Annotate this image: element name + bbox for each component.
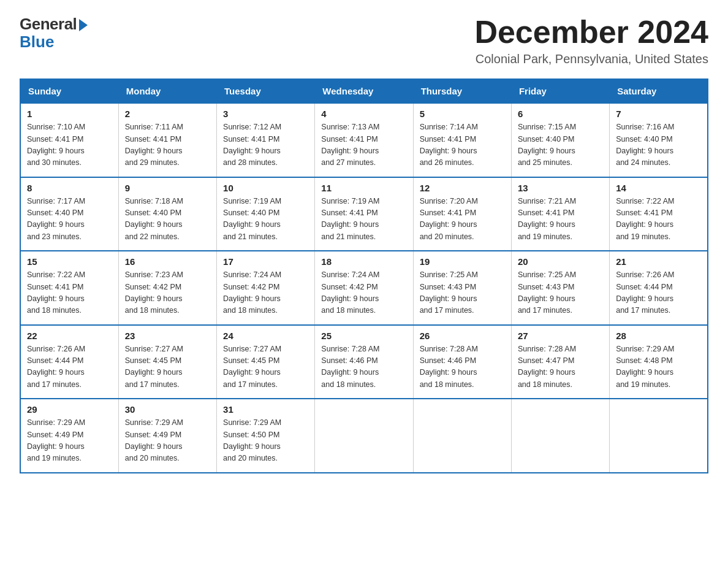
weekday-header-tuesday: Tuesday [217, 79, 315, 103]
calendar-cell: 17Sunrise: 7:24 AMSunset: 4:42 PMDayligh… [217, 251, 315, 325]
day-info: Sunrise: 7:28 AMSunset: 4:47 PMDaylight:… [518, 343, 603, 391]
calendar-cell: 19Sunrise: 7:25 AMSunset: 4:43 PMDayligh… [413, 251, 511, 325]
day-info: Sunrise: 7:24 AMSunset: 4:42 PMDaylight:… [223, 269, 308, 317]
weekday-header-thursday: Thursday [413, 79, 511, 103]
day-info: Sunrise: 7:29 AMSunset: 4:49 PMDaylight:… [125, 417, 210, 465]
calendar-week-row: 29Sunrise: 7:29 AMSunset: 4:49 PMDayligh… [20, 399, 708, 473]
day-number: 8 [27, 183, 112, 193]
calendar-cell: 24Sunrise: 7:27 AMSunset: 4:45 PMDayligh… [217, 325, 315, 399]
calendar-cell: 21Sunrise: 7:26 AMSunset: 4:44 PMDayligh… [610, 251, 708, 325]
weekday-header-saturday: Saturday [610, 79, 708, 103]
day-number: 5 [420, 109, 505, 119]
day-number: 20 [518, 256, 603, 267]
calendar-cell: 5Sunrise: 7:14 AMSunset: 4:41 PMDaylight… [413, 103, 511, 177]
day-info: Sunrise: 7:26 AMSunset: 4:44 PMDaylight:… [27, 343, 112, 391]
day-number: 22 [27, 331, 112, 341]
calendar-cell: 18Sunrise: 7:24 AMSunset: 4:42 PMDayligh… [315, 251, 413, 325]
day-info: Sunrise: 7:10 AMSunset: 4:41 PMDaylight:… [27, 121, 112, 169]
weekday-header-wednesday: Wednesday [315, 79, 413, 103]
calendar-cell: 28Sunrise: 7:29 AMSunset: 4:48 PMDayligh… [610, 325, 708, 399]
day-number: 11 [321, 183, 406, 193]
day-info: Sunrise: 7:22 AMSunset: 4:41 PMDaylight:… [616, 196, 701, 243]
day-info: Sunrise: 7:17 AMSunset: 4:40 PMDaylight:… [27, 196, 112, 243]
day-info: Sunrise: 7:11 AMSunset: 4:41 PMDaylight:… [125, 121, 210, 169]
day-number: 25 [321, 331, 406, 341]
weekday-header-row: SundayMondayTuesdayWednesdayThursdayFrid… [20, 79, 708, 103]
day-info: Sunrise: 7:29 AMSunset: 4:50 PMDaylight:… [223, 417, 308, 465]
logo-general-text: General [20, 15, 77, 34]
calendar-cell: 14Sunrise: 7:22 AMSunset: 4:41 PMDayligh… [610, 177, 708, 251]
day-number: 26 [420, 331, 505, 341]
day-number: 14 [616, 183, 701, 193]
day-info: Sunrise: 7:23 AMSunset: 4:42 PMDaylight:… [125, 269, 210, 317]
calendar-cell: 7Sunrise: 7:16 AMSunset: 4:40 PMDaylight… [610, 103, 708, 177]
calendar-cell: 25Sunrise: 7:28 AMSunset: 4:46 PMDayligh… [315, 325, 413, 399]
logo-triangle-icon [79, 19, 88, 31]
day-info: Sunrise: 7:24 AMSunset: 4:42 PMDaylight:… [321, 269, 406, 317]
logo: General Blue [20, 15, 88, 52]
day-number: 15 [27, 256, 112, 267]
day-number: 28 [616, 331, 701, 341]
day-info: Sunrise: 7:20 AMSunset: 4:41 PMDaylight:… [420, 196, 505, 243]
calendar-cell [315, 399, 413, 473]
day-info: Sunrise: 7:14 AMSunset: 4:41 PMDaylight:… [420, 121, 505, 169]
day-number: 7 [616, 109, 701, 119]
calendar-cell: 12Sunrise: 7:20 AMSunset: 4:41 PMDayligh… [413, 177, 511, 251]
day-number: 23 [125, 331, 210, 341]
day-info: Sunrise: 7:21 AMSunset: 4:41 PMDaylight:… [518, 196, 603, 243]
weekday-header-sunday: Sunday [20, 79, 118, 103]
day-info: Sunrise: 7:22 AMSunset: 4:41 PMDaylight:… [27, 269, 112, 317]
day-number: 27 [518, 331, 603, 341]
day-number: 30 [125, 404, 210, 415]
calendar-cell [610, 399, 708, 473]
day-number: 9 [125, 183, 210, 193]
location-subtitle: Colonial Park, Pennsylvania, United Stat… [474, 52, 708, 66]
day-number: 4 [321, 109, 406, 119]
day-number: 10 [223, 183, 308, 193]
day-info: Sunrise: 7:18 AMSunset: 4:40 PMDaylight:… [125, 196, 210, 243]
calendar-cell: 8Sunrise: 7:17 AMSunset: 4:40 PMDaylight… [20, 177, 118, 251]
calendar-cell [511, 399, 609, 473]
calendar-week-row: 1Sunrise: 7:10 AMSunset: 4:41 PMDaylight… [20, 103, 708, 177]
calendar-cell: 29Sunrise: 7:29 AMSunset: 4:49 PMDayligh… [20, 399, 118, 473]
day-info: Sunrise: 7:12 AMSunset: 4:41 PMDaylight:… [223, 121, 308, 169]
calendar-cell: 30Sunrise: 7:29 AMSunset: 4:49 PMDayligh… [118, 399, 216, 473]
calendar-cell: 3Sunrise: 7:12 AMSunset: 4:41 PMDaylight… [217, 103, 315, 177]
weekday-header-friday: Friday [511, 79, 609, 103]
calendar-cell: 4Sunrise: 7:13 AMSunset: 4:41 PMDaylight… [315, 103, 413, 177]
calendar-week-row: 8Sunrise: 7:17 AMSunset: 4:40 PMDaylight… [20, 177, 708, 251]
day-number: 13 [518, 183, 603, 193]
logo-blue-text: Blue [20, 33, 54, 52]
calendar-cell [413, 399, 511, 473]
day-info: Sunrise: 7:27 AMSunset: 4:45 PMDaylight:… [125, 343, 210, 391]
calendar-table: SundayMondayTuesdayWednesdayThursdayFrid… [20, 79, 708, 473]
calendar-cell: 16Sunrise: 7:23 AMSunset: 4:42 PMDayligh… [118, 251, 216, 325]
calendar-cell: 26Sunrise: 7:28 AMSunset: 4:46 PMDayligh… [413, 325, 511, 399]
calendar-week-row: 15Sunrise: 7:22 AMSunset: 4:41 PMDayligh… [20, 251, 708, 325]
day-number: 1 [27, 109, 112, 119]
calendar-week-row: 22Sunrise: 7:26 AMSunset: 4:44 PMDayligh… [20, 325, 708, 399]
calendar-cell: 23Sunrise: 7:27 AMSunset: 4:45 PMDayligh… [118, 325, 216, 399]
title-area: December 2024 Colonial Park, Pennsylvani… [474, 15, 708, 66]
day-info: Sunrise: 7:28 AMSunset: 4:46 PMDaylight:… [321, 343, 406, 391]
day-number: 24 [223, 331, 308, 341]
calendar-cell: 13Sunrise: 7:21 AMSunset: 4:41 PMDayligh… [511, 177, 609, 251]
day-info: Sunrise: 7:16 AMSunset: 4:40 PMDaylight:… [616, 121, 701, 169]
day-info: Sunrise: 7:19 AMSunset: 4:41 PMDaylight:… [321, 196, 406, 243]
calendar-cell: 27Sunrise: 7:28 AMSunset: 4:47 PMDayligh… [511, 325, 609, 399]
day-number: 29 [27, 404, 112, 415]
calendar-cell: 9Sunrise: 7:18 AMSunset: 4:40 PMDaylight… [118, 177, 216, 251]
calendar-cell: 15Sunrise: 7:22 AMSunset: 4:41 PMDayligh… [20, 251, 118, 325]
day-info: Sunrise: 7:25 AMSunset: 4:43 PMDaylight:… [518, 269, 603, 317]
page-header: General Blue December 2024 Colonial Park… [20, 15, 708, 66]
calendar-cell: 2Sunrise: 7:11 AMSunset: 4:41 PMDaylight… [118, 103, 216, 177]
calendar-cell: 10Sunrise: 7:19 AMSunset: 4:40 PMDayligh… [217, 177, 315, 251]
day-info: Sunrise: 7:15 AMSunset: 4:40 PMDaylight:… [518, 121, 603, 169]
day-info: Sunrise: 7:13 AMSunset: 4:41 PMDaylight:… [321, 121, 406, 169]
day-number: 2 [125, 109, 210, 119]
calendar-cell: 1Sunrise: 7:10 AMSunset: 4:41 PMDaylight… [20, 103, 118, 177]
day-info: Sunrise: 7:19 AMSunset: 4:40 PMDaylight:… [223, 196, 308, 243]
calendar-cell: 11Sunrise: 7:19 AMSunset: 4:41 PMDayligh… [315, 177, 413, 251]
calendar-cell: 20Sunrise: 7:25 AMSunset: 4:43 PMDayligh… [511, 251, 609, 325]
day-info: Sunrise: 7:26 AMSunset: 4:44 PMDaylight:… [616, 269, 701, 317]
